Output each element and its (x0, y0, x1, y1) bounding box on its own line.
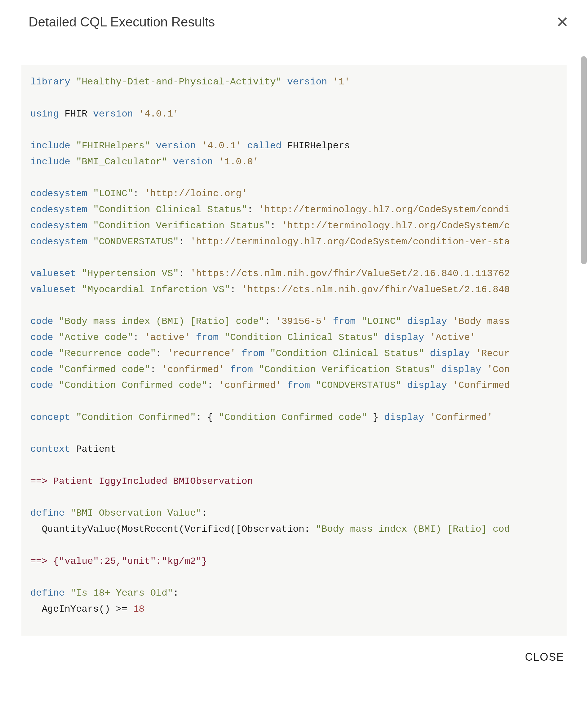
code-token: display (430, 348, 470, 359)
code-token: "Hypertension VS" (82, 268, 179, 279)
code-token: 'http://terminology.hl7.org/CodeSystem/c (281, 220, 510, 231)
code-token: "Condition Verification Status" (259, 364, 436, 375)
code-token: "Myocardial Infarction VS" (82, 284, 230, 295)
code-token: '4.0.1' (139, 109, 179, 119)
code-token: from (242, 348, 264, 359)
code-token: from (333, 316, 356, 327)
code-token: "Condition Clinical Status" (93, 204, 247, 215)
code-token: Patient (70, 444, 116, 455)
code-token: codesystem (30, 220, 87, 231)
code-token: codesystem (30, 236, 87, 247)
code-token: called (247, 140, 281, 151)
code-token: "CONDVERSTATUS" (93, 236, 179, 247)
code-token: codesystem (30, 204, 87, 215)
code-token: display (384, 412, 424, 423)
code-token: include (30, 156, 70, 167)
code-token: valueset (30, 268, 76, 279)
code-token: "Condition Confirmed code" (59, 380, 207, 391)
code-token: 'https://cts.nlm.nih.gov/fhir/ValueSet/2… (242, 284, 510, 295)
code-token: '1' (333, 76, 350, 87)
result-line: ==> {"value":25,"unit":"kg/m2"} (30, 556, 207, 567)
code-token: QuantityValue(MostRecent(Verified([Obser… (30, 524, 316, 535)
modal-title: Detailed CQL Execution Results (28, 15, 215, 29)
code-token: 'Confirmed (453, 380, 510, 391)
modal-body-wrapper: library "Healthy-Diet-and-Physical-Activ… (0, 44, 588, 636)
modal-header: Detailed CQL Execution Results ✕ (0, 0, 588, 44)
code-token: display (407, 316, 447, 327)
code-token: 'https://cts.nlm.nih.gov/fhir/ValueSet/2… (190, 268, 510, 279)
code-token: "Healthy-Diet-and-Physical-Activity" (76, 76, 281, 87)
code-token: "Is 18+ Years Old" (70, 588, 173, 599)
code-token: codesystem (30, 188, 87, 199)
code-token: "CONDVERSTATUS" (316, 380, 401, 391)
code-token: version (173, 156, 213, 167)
cql-code-block: library "Healthy-Diet-and-Physical-Activ… (21, 65, 567, 636)
code-token: 'Active' (430, 332, 476, 343)
code-token: FHIRHelpers (281, 140, 350, 151)
scrollbar-thumb[interactable] (581, 56, 587, 264)
code-token: 'confirmed' (219, 380, 281, 391)
code-token: using (30, 109, 59, 119)
code-token: "Recurrence code" (59, 348, 156, 359)
code-token: version (287, 76, 327, 87)
result-line: ==> Patient IggyIncluded BMIObservation (30, 476, 253, 487)
code-token: 'Con (487, 364, 510, 375)
code-token: code (30, 332, 53, 343)
code-token: display (442, 364, 481, 375)
code-token: 'http://terminology.hl7.org/CodeSystem/c… (190, 236, 510, 247)
code-token: code (30, 380, 53, 391)
code-token: display (407, 380, 447, 391)
code-token: from (196, 332, 219, 343)
code-token: display (384, 332, 424, 343)
code-token: from (287, 380, 310, 391)
code-token: "Confirmed code" (59, 364, 150, 375)
result-line: ==> true (30, 635, 76, 636)
code-token: code (30, 348, 53, 359)
code-token: define (30, 588, 65, 599)
code-token: context (30, 444, 70, 455)
code-token: "LOINC" (361, 316, 401, 327)
code-token: 18 (133, 604, 144, 615)
code-token: "Condition Verification Status" (93, 220, 270, 231)
code-token: '4.0.1' (202, 140, 241, 151)
code-token: define (30, 508, 65, 518)
code-token: from (230, 364, 253, 375)
code-token: 'Recur (476, 348, 510, 359)
code-token: code (30, 364, 53, 375)
code-token: "BMI Observation Value" (70, 508, 202, 518)
code-token: 'confirmed' (162, 364, 224, 375)
code-token: "LOINC" (93, 188, 133, 199)
code-token: "Condition Confirmed" (76, 412, 196, 423)
code-token: include (30, 140, 70, 151)
modal-footer: CLOSE (0, 636, 588, 678)
code-token: code (30, 316, 53, 327)
close-icon[interactable]: ✕ (555, 13, 570, 31)
code-token: 'recurrence' (167, 348, 236, 359)
code-token: '1.0.0' (219, 156, 259, 167)
code-token: AgeInYears() >= (30, 604, 133, 615)
code-token: valueset (30, 284, 76, 295)
code-token: concept (30, 412, 70, 423)
code-token: 'active' (144, 332, 190, 343)
code-token: "FHIRHelpers" (76, 140, 150, 151)
code-token: 'http://terminology.hl7.org/CodeSystem/c… (259, 204, 510, 215)
code-token: 'Confirmed' (430, 412, 493, 423)
code-token: FHIR (59, 109, 93, 119)
code-token: "Body mass index (BMI) [Ratio] code" (59, 316, 264, 327)
code-token: version (93, 109, 133, 119)
code-token: 'http://loinc.org' (144, 188, 247, 199)
modal-body: library "Healthy-Diet-and-Physical-Activ… (0, 44, 588, 636)
code-token: "Active code" (59, 332, 133, 343)
code-token: '39156-5' (276, 316, 327, 327)
close-button[interactable]: CLOSE (525, 651, 564, 663)
code-token: version (156, 140, 196, 151)
code-token: "Condition Confirmed code" (219, 412, 367, 423)
code-token: 'Body mass (453, 316, 510, 327)
code-token: "BMI_Calculator" (76, 156, 167, 167)
code-token: "Condition Clinical Status" (270, 348, 424, 359)
code-token: "Body mass index (BMI) [Ratio] cod (316, 524, 510, 535)
code-token: "Condition Clinical Status" (224, 332, 378, 343)
code-token: library (30, 76, 70, 87)
